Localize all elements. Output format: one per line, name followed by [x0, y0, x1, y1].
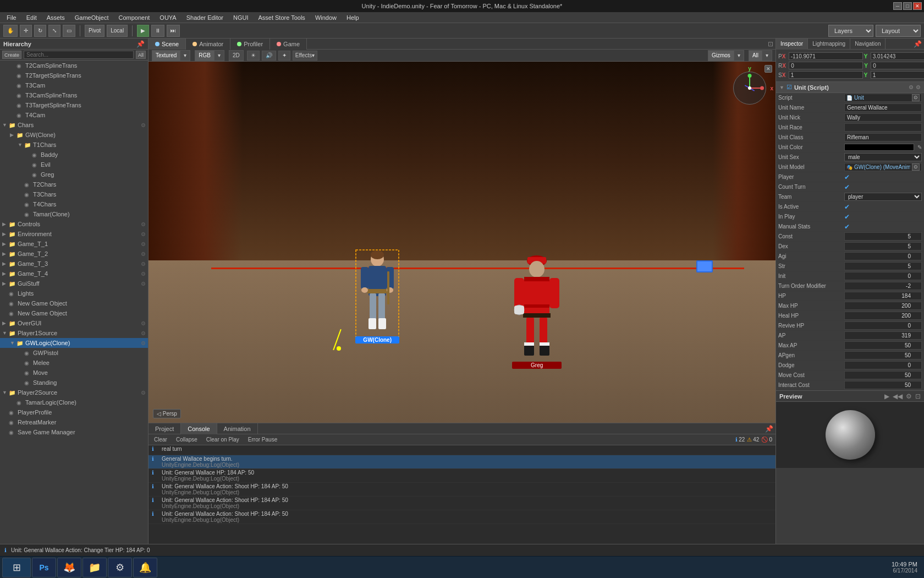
hierarchy-create-button[interactable]: Create — [2, 51, 21, 59]
console-clear-button[interactable]: Clear — [152, 436, 169, 443]
console-line[interactable]: ℹ real turn — [148, 445, 776, 455]
2d-button[interactable]: 2D — [229, 51, 243, 61]
unit-name-input[interactable] — [844, 103, 922, 112]
hierarchy-item-t2targetsplinetrans[interactable]: ◉T2TargetSplineTrans — [0, 70, 148, 80]
hierarchy-item-t3targetsplinetrans[interactable]: ◉T3TargetSplineTrans — [0, 100, 148, 110]
hierarchy-item-playerprofile[interactable]: ◉PlayerProfile — [0, 407, 148, 417]
scale-y-input[interactable] — [871, 71, 924, 79]
menu-shader-editor[interactable]: Shader Editor — [182, 13, 228, 22]
unit-model-value[interactable]: 🎭 GW(Clone) (MoveAnimatio ⊙ — [844, 163, 922, 171]
hierarchy-item-overgui[interactable]: ▶📁OverGUI⚙ — [0, 318, 148, 328]
play-button[interactable]: ▶ — [137, 25, 149, 37]
preview-play-icon[interactable]: ▶ — [884, 392, 889, 400]
tab-navigation[interactable]: Navigation — [850, 39, 886, 50]
str-input[interactable] — [844, 262, 922, 270]
unit-model-select-button[interactable]: ⊙ — [912, 163, 920, 171]
console-line[interactable]: ℹ Unit: General Wallace Action: Shoot HP… — [148, 483, 776, 497]
layers-dropdown[interactable]: Layers — [828, 25, 873, 37]
console-line[interactable]: ℹ Unit: General Wallace Action: Shoot HP… — [148, 497, 776, 510]
menu-ouya[interactable]: OUYA — [155, 13, 180, 22]
menu-gameobject[interactable]: GameObject — [70, 13, 113, 22]
console-line[interactable]: ℹ General Wallace begins turn. UnityEngi… — [148, 455, 776, 469]
hierarchy-item-baddy[interactable]: ◉Baddy — [0, 150, 148, 160]
hierarchy-item-player1source[interactable]: ▼📁Player1Source⚙ — [0, 328, 148, 338]
is-active-check[interactable]: ✔ — [844, 203, 850, 211]
toolbar-move-tool[interactable]: ✛ — [20, 25, 32, 37]
script-settings-icon[interactable]: ⚙ — [909, 84, 914, 90]
hierarchy-item-evil[interactable]: ◉Evil — [0, 160, 148, 170]
hierarchy-item-lights[interactable]: ◉Lights — [0, 288, 148, 298]
local-button[interactable]: Local — [107, 25, 128, 37]
hierarchy-item-t4cam[interactable]: ◉T4Cam — [0, 110, 148, 120]
hierarchy-all-button[interactable]: All — [136, 51, 146, 59]
in-play-check[interactable]: ✔ — [844, 213, 850, 221]
hierarchy-item-game_t_3[interactable]: ▶📁Game_T_3⚙ — [0, 259, 148, 269]
ap-input[interactable] — [844, 331, 922, 340]
script-value[interactable]: 📄 Unit ⊙ — [844, 94, 922, 102]
console-clear-on-play-button[interactable]: Clear on Play — [204, 436, 241, 443]
preview-rewind-icon[interactable]: ◀◀ — [893, 392, 903, 400]
rgb-button[interactable]: RGB — [195, 51, 215, 61]
hierarchy-item-gw-clone-[interactable]: ▶📁GW(Clone) — [0, 130, 148, 140]
apgen-input[interactable] — [844, 351, 922, 359]
hierarchy-item-t2camsplinetrans[interactable]: ◉T2CamSplineTrans — [0, 61, 148, 70]
interact-cost-input[interactable] — [844, 381, 922, 389]
hierarchy-item-controls[interactable]: ▶📁Controls⚙ — [0, 219, 148, 229]
unit-sex-dropdown[interactable]: male female — [844, 153, 922, 161]
script-select-button[interactable]: ⊙ — [912, 94, 920, 101]
color-picker-icon[interactable]: ✎ — [917, 144, 922, 150]
toolbar-rect-tool[interactable]: ▭ — [63, 25, 75, 37]
hierarchy-item-game_t_2[interactable]: ▶📁Game_T_2⚙ — [0, 249, 148, 259]
dodge-input[interactable] — [844, 361, 922, 369]
textured-button[interactable]: Textured — [152, 51, 180, 61]
tab-animator[interactable]: Animator — [186, 39, 230, 50]
player-check[interactable]: ✔ — [844, 173, 850, 181]
taskbar-start-button[interactable]: ⊞ — [2, 558, 31, 577]
maximize-button[interactable]: □ — [903, 2, 912, 10]
hierarchy-item-retreatmarker[interactable]: ◉RetreatMarker — [0, 417, 148, 427]
move-cost-input[interactable] — [844, 371, 922, 379]
team-dropdown[interactable]: player enemy — [844, 193, 922, 201]
gizmos-button[interactable]: Gizmos — [708, 51, 734, 61]
all-dropdown-icon[interactable]: ▾ — [762, 51, 772, 61]
hierarchy-item-t2chars[interactable]: ◉T2Chars — [0, 179, 148, 189]
pos-x-input[interactable] — [789, 52, 863, 60]
hierarchy-item-new-game-object[interactable]: ◉New Game Object — [0, 298, 148, 308]
pause-button[interactable]: ⏸ — [151, 25, 164, 37]
tab-inspector[interactable]: Inspector — [776, 39, 808, 50]
turn-order-modifier-input[interactable] — [844, 282, 922, 290]
hierarchy-item-game_t_1[interactable]: ▶📁Game_T_1⚙ — [0, 239, 148, 249]
tab-scene[interactable]: Scene — [148, 39, 186, 50]
menu-assets[interactable]: Assets — [42, 13, 69, 22]
hierarchy-item-guistuff[interactable]: ▶📁GuiStuff⚙ — [0, 279, 148, 288]
heal-hp-input[interactable] — [844, 312, 922, 320]
hierarchy-item-chars[interactable]: ▼📁Chars⚙ — [0, 120, 148, 130]
count-turn-check[interactable]: ✔ — [844, 183, 850, 191]
hierarchy-item-environment[interactable]: ▶📁Environment⚙ — [0, 229, 148, 239]
gizmo-close-button[interactable]: ✕ — [765, 65, 772, 73]
menu-ngui[interactable]: NGUI — [229, 13, 253, 22]
script-gear-icon[interactable]: ⚙ — [916, 84, 921, 90]
toolbar-rotate-tool[interactable]: ↻ — [34, 25, 46, 37]
dex-input[interactable] — [844, 242, 922, 250]
layout-dropdown[interactable]: Layout — [876, 25, 921, 37]
hierarchy-item-tamarlogic-clone-[interactable]: ◉TamarLogic(Clone) — [0, 397, 148, 407]
max-ap-input[interactable] — [844, 341, 922, 350]
hierarchy-item-tamar-clone-[interactable]: ◉Tamar(Clone) — [0, 209, 148, 219]
hp-input[interactable] — [844, 292, 922, 300]
audio-toggle-button[interactable]: 🔊 — [262, 51, 276, 61]
const-input[interactable] — [844, 232, 922, 241]
all-button[interactable]: All — [749, 51, 762, 61]
gw-clone-character[interactable]: GW(Clone) — [355, 249, 399, 343]
unit-race-input[interactable] — [844, 123, 922, 132]
taskbar-extra-button[interactable]: 🔔 — [133, 558, 157, 577]
menu-window[interactable]: Window — [311, 13, 341, 22]
menu-asset-store-tools[interactable]: Asset Store Tools — [254, 13, 309, 22]
hierarchy-item-t3cam[interactable]: ◉T3Cam — [0, 80, 148, 90]
step-button[interactable]: ⏭ — [167, 25, 180, 37]
rot-x-input[interactable] — [789, 62, 863, 69]
gizmo-widget[interactable]: y x — [729, 67, 770, 108]
hierarchy-search-input[interactable] — [24, 51, 134, 59]
hierarchy-item-save-game-manager[interactable]: ◉Save Game Manager — [0, 427, 148, 437]
preview-settings-icon[interactable]: ⚙ — [906, 392, 912, 400]
